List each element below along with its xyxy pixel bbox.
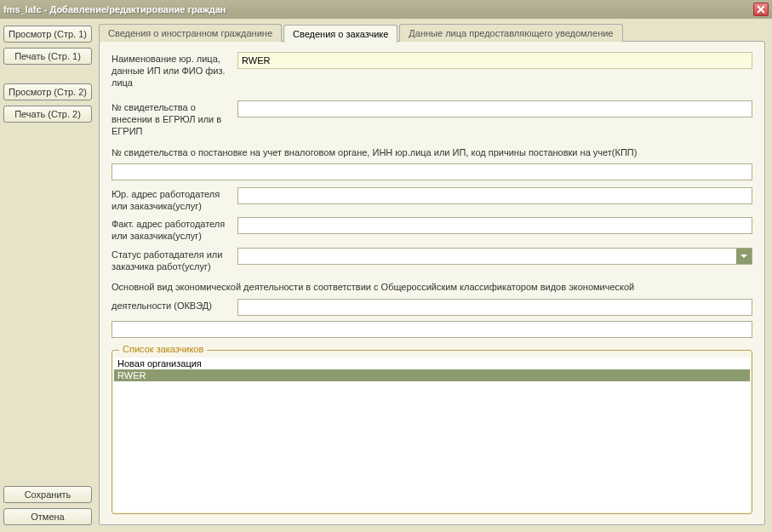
tab-notifier[interactable]: Данные лица предоставляющего уведомление (399, 24, 622, 42)
list-item[interactable]: Новая организация (114, 358, 750, 369)
name-label: Наименование юр. лица, данные ИП или ФИО… (112, 52, 237, 89)
customers-title: Список заказчиков (119, 344, 207, 354)
print-page2-button[interactable]: Печать (Стр. 2) (3, 106, 92, 123)
reg-label: № свидетельства о внесении в ЕГРЮЛ или в… (112, 100, 237, 137)
tab-foreign-citizen[interactable]: Сведения о иностранном гражданине (99, 24, 282, 42)
tax-input[interactable] (112, 163, 752, 180)
tab-customer[interactable]: Сведения о заказчике (283, 25, 397, 43)
view-page1-button[interactable]: Просмотр (Стр. 1) (3, 26, 92, 43)
customers-list[interactable]: Новая организацияRWER (114, 358, 750, 512)
tax-text: № свидетельства о постановке на учет вна… (112, 146, 752, 158)
sidebar: Просмотр (Стр. 1) Печать (Стр. 1) Просмо… (0, 19, 95, 532)
reg-input[interactable] (237, 100, 752, 117)
legal-addr-input[interactable] (237, 187, 752, 204)
tabs: Сведения о иностранном гражданине Сведен… (99, 24, 765, 42)
legal-addr-label: Юр. адрес работодателя или заказчика(усл… (112, 187, 237, 213)
form-panel: Наименование юр. лица, данные ИП или ФИО… (99, 41, 765, 525)
status-label: Статус работадателя или заказчика работ(… (112, 248, 237, 273)
status-select[interactable] (237, 248, 752, 265)
fact-addr-input[interactable] (237, 217, 752, 234)
list-item[interactable]: RWER (114, 369, 750, 381)
close-button[interactable] (753, 3, 769, 16)
print-page1-button[interactable]: Печать (Стр. 1) (3, 48, 92, 65)
okved-full-input[interactable] (112, 321, 752, 338)
window-title: fms_lafc - Добавление/редактирование гра… (3, 4, 753, 14)
okved-label: деятельности (ОКВЭД) (112, 299, 237, 312)
okved-input[interactable] (237, 299, 752, 316)
customers-groupbox: Список заказчиков Новая организацияRWER (112, 350, 752, 514)
cancel-button[interactable]: Отмена (3, 508, 92, 525)
okved-text: Основной вид экономической деятельности … (112, 281, 752, 293)
save-button[interactable]: Сохранить (3, 486, 92, 503)
close-icon (757, 5, 765, 14)
name-input[interactable] (237, 52, 752, 69)
view-page2-button[interactable]: Просмотр (Стр. 2) (3, 83, 92, 100)
chevron-down-icon[interactable] (736, 249, 752, 264)
fact-addr-label: Факт. адрес работодателя или заказчика(у… (112, 217, 237, 243)
titlebar: fms_lafc - Добавление/редактирование гра… (0, 0, 772, 19)
